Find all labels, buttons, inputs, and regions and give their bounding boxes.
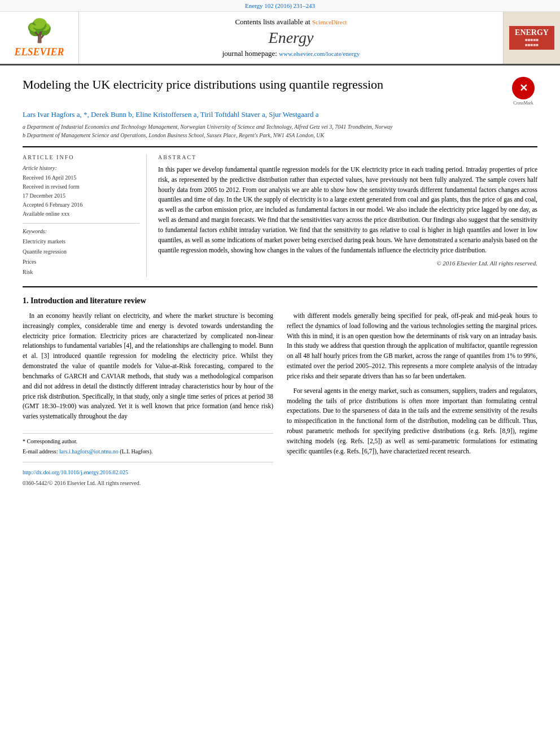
top-bar: Energy 102 (2016) 231–243 — [0, 0, 560, 12]
received-revised-label: Received in revised form — [23, 182, 139, 191]
email-label: E-mail address: — [23, 448, 58, 455]
journal-right-logo: ENERGY ■■■■■ ■■■■■ — [504, 12, 560, 64]
body-col-left: In an economy heavily reliant on electri… — [23, 311, 273, 488]
revised-date: 17 December 2015 — [23, 191, 139, 200]
body-col2-p1: with different models generally being sp… — [287, 311, 537, 382]
copyright-notice: © 2016 Elsevier Ltd. All rights reserved… — [158, 260, 537, 267]
keyword-4: Risk — [23, 267, 139, 277]
info-divider — [23, 223, 139, 224]
section-1-title: 1. Introduction and literature review — [23, 296, 537, 305]
history-label: Article history: — [23, 165, 139, 171]
page-end: 243 — [306, 2, 316, 9]
sciencedirect-link[interactable]: ScienceDirect — [312, 19, 347, 25]
available-online: Available online xxx — [23, 209, 139, 219]
footnote-divider — [23, 462, 273, 462]
article-info-heading: ARTICLE INFO — [23, 154, 139, 160]
footnote-section: * Corresponding author. E-mail address: … — [23, 433, 273, 488]
paper-container: Modeling the UK electricity price distri… — [0, 65, 560, 499]
contents-line: Contents lists available at ScienceDirec… — [235, 18, 347, 27]
journal-name: Energy — [269, 29, 314, 47]
journal-center-section: Contents lists available at ScienceDirec… — [79, 12, 504, 64]
elsevier-logo-section: 🌳 ELSEVIER — [0, 12, 79, 64]
authors: Lars Ivar Hagfors a, *, Derek Bunn b, El… — [23, 110, 537, 119]
paper-top: Modeling the UK electricity price distri… — [23, 77, 537, 106]
abstract-text: In this paper we develop fundamental qua… — [158, 165, 537, 255]
body-two-column: In an economy heavily reliant on electri… — [23, 311, 537, 488]
paper-title: Modeling the UK electricity price distri… — [23, 77, 498, 93]
keyword-1: Electricity markets — [23, 237, 139, 247]
crossmark-label: CrossMark — [513, 101, 533, 106]
abstract-section: ABSTRACT In this paper we develop fundam… — [158, 154, 537, 277]
homepage-line: journal homepage: www.elsevier.com/locat… — [222, 49, 360, 58]
energy-cover-thumbnail: ENERGY ■■■■■ ■■■■■ — [509, 26, 554, 50]
affiliation-a: a Department of Industrial Economics and… — [23, 123, 537, 131]
keyword-3: Prices — [23, 257, 139, 267]
elsevier-wordmark: ELSEVIER — [14, 46, 64, 58]
keywords-section: Keywords: Electricity markets Quantile r… — [23, 228, 139, 277]
issn-info: 0360-5442/© 2016 Elsevier Ltd. All right… — [23, 479, 273, 488]
body-col1-p1: In an economy heavily reliant on electri… — [23, 311, 273, 422]
corresponding-note: * Corresponding author. — [23, 437, 273, 446]
email-line: E-mail address: lars.i.hagfors@iot.ntnu.… — [23, 447, 273, 456]
affiliation-b: b Department of Management Science and O… — [23, 131, 537, 139]
affiliations: a Department of Industrial Economics and… — [23, 123, 537, 139]
body-section: 1. Introduction and literature review In… — [23, 296, 537, 488]
homepage-link[interactable]: www.elsevier.com/locate/energy — [279, 50, 360, 57]
doi-link[interactable]: http://dx.doi.org/10.1016/j.energy.2016.… — [23, 468, 273, 477]
article-info-abstract: ARTICLE INFO Article history: Received 1… — [23, 146, 537, 277]
email-link[interactable]: lars.i.hagfors@iot.ntnu.no — [59, 448, 119, 455]
main-divider — [23, 286, 537, 287]
article-info-panel: ARTICLE INFO Article history: Received 1… — [23, 154, 147, 277]
journal-reference: Energy 102 (2016) 231 — [245, 2, 303, 9]
homepage-text: journal homepage: — [222, 49, 277, 58]
email-name: (L.I. Hagfors). — [120, 448, 152, 455]
crossmark-icon[interactable]: ✕ — [512, 77, 535, 99]
elsevier-tree-icon: 🌳 — [25, 18, 54, 44]
received-date: Received 16 April 2015 — [23, 173, 139, 182]
body-col2-p2: For several agents in the energy market,… — [287, 386, 537, 457]
crossmark-section[interactable]: ✕ CrossMark — [509, 77, 537, 106]
body-col-right: with different models generally being sp… — [287, 311, 537, 488]
abstract-heading: ABSTRACT — [158, 154, 537, 160]
contents-text: Contents lists available at — [235, 18, 310, 26]
keyword-2: Quantile regression — [23, 247, 139, 257]
accepted-date: Accepted 6 February 2016 — [23, 200, 139, 209]
keywords-heading: Keywords: — [23, 228, 139, 234]
journal-header: 🌳 ELSEVIER Contents lists available at S… — [0, 12, 560, 65]
